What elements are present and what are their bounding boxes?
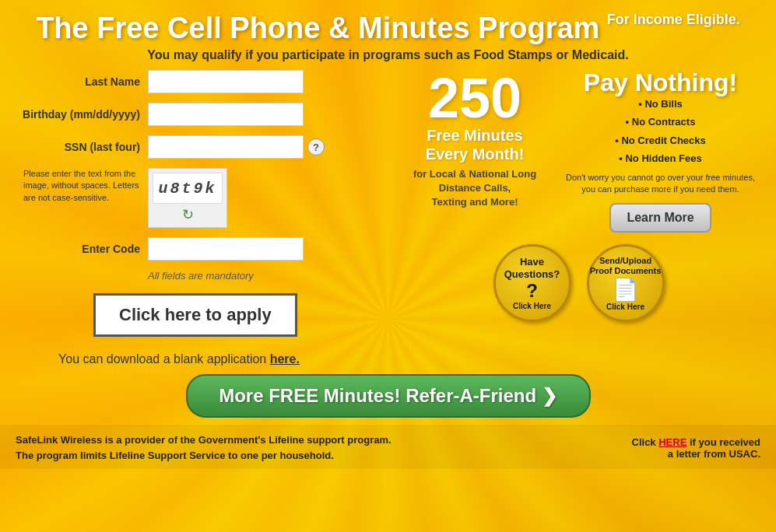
questions-button[interactable]: HaveQuestions? ? Click Here <box>493 244 571 322</box>
footer-right: Click HERE if you receiveda letter from … <box>632 436 760 460</box>
minutes-column: 250 Free Minutes Every Month! for Local … <box>397 70 553 210</box>
ssn-label: SSN (last four) <box>16 141 148 153</box>
form-area: Last Name Birthday (mm/dd/yyyy) SSN (las… <box>16 70 389 366</box>
questions-click: Click Here <box>513 302 551 310</box>
pay-nothing-note: Don't worry you cannot go over your free… <box>560 172 760 196</box>
footer-left-line2: The program limits Lifeline Support Serv… <box>16 448 392 464</box>
last-name-label: Last Name <box>16 75 148 88</box>
captcha-refresh-icon[interactable]: ↻ <box>182 206 194 223</box>
download-link[interactable]: here. <box>270 352 300 366</box>
apply-button[interactable]: Click here to apply <box>93 293 297 337</box>
minutes-number: 250 <box>397 70 553 126</box>
download-line: You can download a blank application her… <box>16 352 389 366</box>
ssn-help-icon[interactable]: ? <box>307 138 325 156</box>
header-subtitle: You may qualify if you participate in pr… <box>8 48 768 62</box>
captcha-image: u8t9k <box>153 173 223 204</box>
captcha-box: u8t9k ↻ <box>148 168 227 228</box>
footer: SafeLink Wireless is a provider of the G… <box>0 425 776 469</box>
pay-nothing-list: • No Bills • No Contracts • No Credit Ch… <box>560 95 760 168</box>
refer-text: More FREE Minutes! Refer-A-Friend ❯ <box>219 385 557 406</box>
minutes-label: Free Minutes Every Month! <box>397 126 553 163</box>
offer-area: 250 Free Minutes Every Month! for Local … <box>389 70 760 366</box>
header-title-suffix: For Income Eligible. <box>607 12 740 27</box>
learn-more-button[interactable]: Learn More <box>609 203 711 233</box>
footer-left-line1: SafeLink Wireless is a provider of the G… <box>16 432 392 448</box>
minutes-and-pay: 250 Free Minutes Every Month! for Local … <box>397 70 760 233</box>
refer-section: More FREE Minutes! Refer-A-Friend ❯ <box>0 374 776 418</box>
upload-icon: 📄 <box>612 277 639 303</box>
questions-icon: ? <box>526 280 538 302</box>
last-name-row: Last Name <box>16 70 389 93</box>
refer-banner[interactable]: More FREE Minutes! Refer-A-Friend ❯ <box>186 374 591 418</box>
ssn-input[interactable] <box>148 135 304 159</box>
header-title: The Free Cell Phone & Minutes Program <box>36 12 599 44</box>
header: The Free Cell Phone & Minutes Program Fo… <box>0 0 776 66</box>
download-text: You can download a blank application <box>58 352 266 366</box>
upload-button[interactable]: Send/UploadProof Documents 📄 Click Here <box>587 244 665 322</box>
enter-code-label: Enter Code <box>16 243 148 255</box>
ssn-row: SSN (last four) ? <box>16 135 389 159</box>
questions-label: HaveQuestions? <box>504 256 560 280</box>
birthday-label: Birthday (mm/dd/yyyy) <box>16 108 148 121</box>
mandatory-text: All fields are mandatory <box>16 270 389 282</box>
pay-nothing-column: Pay Nothing! • No Bills • No Contracts •… <box>560 70 760 233</box>
action-buttons-row: HaveQuestions? ? Click Here Send/UploadP… <box>397 244 760 322</box>
last-name-input[interactable] <box>148 70 304 93</box>
minutes-sub: for Local & National Long Distance Calls… <box>397 167 553 210</box>
no-contracts: • No Contracts <box>560 113 760 131</box>
captcha-area: Please enter the text from the image, wi… <box>16 168 389 228</box>
captcha-hint: Please enter the text from the image, wi… <box>23 168 148 204</box>
pay-nothing-title: Pay Nothing! <box>560 70 760 95</box>
usac-link[interactable]: HERE <box>658 436 686 448</box>
upload-click: Click Here <box>606 303 644 311</box>
birthday-row: Birthday (mm/dd/yyyy) <box>16 103 389 126</box>
no-bills: • No Bills <box>560 95 760 113</box>
upload-label: Send/UploadProof Documents <box>590 256 662 276</box>
enter-code-row: Enter Code <box>16 237 389 261</box>
no-credit-checks: • No Credit Checks <box>560 131 760 149</box>
birthday-input[interactable] <box>148 103 304 126</box>
no-hidden-fees: • No Hidden Fees <box>560 149 760 167</box>
enter-code-input[interactable] <box>148 237 304 261</box>
footer-left: SafeLink Wireless is a provider of the G… <box>16 432 392 463</box>
